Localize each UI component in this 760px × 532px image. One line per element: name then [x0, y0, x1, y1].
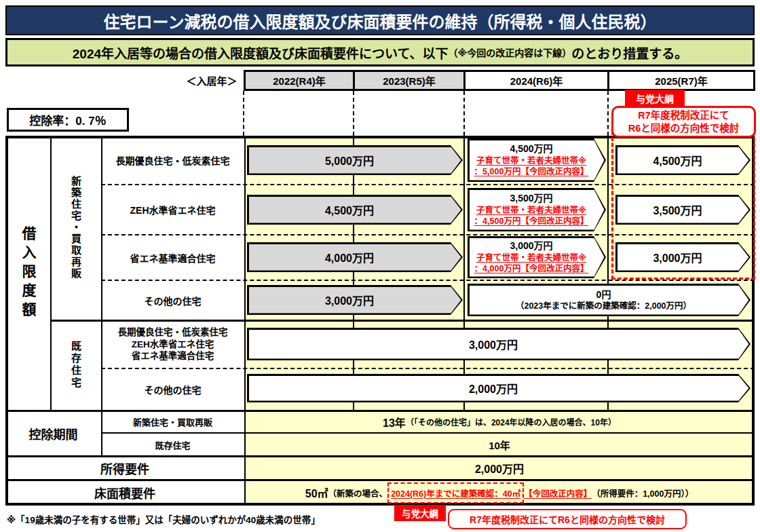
- bottom-callout-note: R7年度税制改正にてR6と同様の方向性で検討: [448, 509, 687, 529]
- highlight-2025-dashed-box: [611, 119, 755, 280]
- year-header-2023: 2023(R5)年: [353, 70, 466, 91]
- column-guide-2023: [353, 91, 354, 136]
- year-header-2024: 2024(R6)年: [463, 70, 609, 91]
- bottom-ruling-party-tag: 与党大綱: [394, 505, 446, 521]
- floor-value-revised-boxed: 2024(R6)年までに建築確認：40㎡: [387, 482, 524, 504]
- subtitle-banner: 2024年入居等の場合の借入限度額及び床面積要件について、以下（※今回の改正内容…: [5, 38, 755, 66]
- floor-value-revised-tag: 【今回改正内容】: [524, 487, 592, 499]
- top-callout-line1: R7年度税制改正にて: [638, 109, 729, 122]
- year-header-2025: 2025(R7)年: [607, 70, 755, 91]
- slide: 住宅ローン減税の借入限度額及び床面積要件の維持（所得税・個人住民税） 2024年…: [0, 0, 760, 532]
- move-in-year-label: ＜入居年＞: [182, 70, 242, 91]
- floor-value-post: （所得要件：1,000万円））: [592, 487, 694, 499]
- column-guide-2022: [243, 91, 244, 136]
- floor-value: 50㎡（新築の場合、2024(R6)年までに建築確認：40㎡【今回改正内容】（所…: [244, 480, 755, 506]
- column-guide-2025: [607, 91, 609, 136]
- top-ruling-party-tag: 与党大綱: [625, 90, 685, 107]
- page-title: 住宅ローン減税の借入限度額及び床面積要件の維持（所得税・個人住民税）: [5, 5, 755, 35]
- subtitle-note: （※今回の改正内容は下線）: [449, 45, 572, 59]
- top-callout-line2: R6と同様の方向性で検討: [628, 122, 740, 135]
- subtitle-pre: 2024年入居等の場合の借入限度額及び床面積要件について、以下: [73, 43, 449, 62]
- subtitle-post: のとおり措置する。: [571, 43, 687, 62]
- top-callout-note: R7年度税制改正にて R6と同様の方向性で検討: [611, 106, 756, 138]
- deduction-rate-box: 控除率：0. 7％: [7, 108, 129, 132]
- floor-value-main: 50㎡: [305, 484, 328, 501]
- year-header-2022: 2022(R4)年: [244, 70, 355, 91]
- column-guide-2024: [463, 91, 465, 136]
- floor-value-pre: （新築の場合、: [328, 487, 388, 499]
- footnote: ※「19歳未満の子を有する世帯」又は「夫婦のいずれかが40歳未満の世帯」: [7, 512, 320, 526]
